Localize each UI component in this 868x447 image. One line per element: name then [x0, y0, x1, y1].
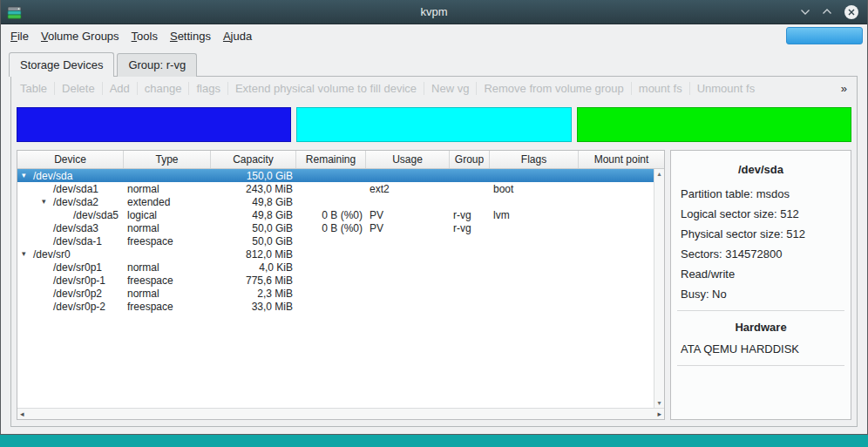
- table-row-dev-sr0p-2[interactable]: /dev/sr0p-2freespace33,0 MiB: [17, 300, 654, 313]
- cell-type: normal: [124, 288, 211, 300]
- cell-flags: boot: [490, 183, 579, 195]
- cell-device: /dev/sr0p-2: [17, 301, 124, 313]
- detail-partition-table: Partition table: msdos: [681, 187, 841, 200]
- toolbar-change[interactable]: change: [143, 82, 184, 95]
- toolbar-separator: [102, 82, 103, 95]
- scroll-down-icon[interactable]: ▾: [657, 399, 661, 407]
- column-header-type[interactable]: Type: [124, 151, 211, 168]
- toolbar-table[interactable]: Table: [18, 82, 49, 95]
- cell-device: /dev/sr0p-1: [17, 274, 124, 287]
- menu-items: FileVolume GroupsToolsSettingsAjuda: [4, 26, 258, 46]
- maximize-button[interactable]: [822, 8, 832, 16]
- cell-type: normal: [124, 222, 211, 234]
- toolbar-overflow-button[interactable]: »: [838, 82, 850, 95]
- cell-capacity: 150,0 GiB: [211, 170, 296, 182]
- menu-volume-groups[interactable]: Volume Groups: [35, 26, 125, 46]
- table-row-dev-sda1[interactable]: /dev/sda1normal243,0 MiBext2boot: [17, 182, 654, 195]
- cell-capacity: 2,3 MiB: [211, 288, 296, 300]
- minimize-button[interactable]: [800, 8, 810, 16]
- hardware-title: Hardware: [681, 321, 841, 334]
- device-name: /dev/sr0p1: [53, 261, 102, 274]
- column-header-device[interactable]: Device: [17, 151, 124, 168]
- toolbar-add[interactable]: Add: [108, 82, 132, 95]
- expander-icon[interactable]: ▾: [22, 250, 33, 258]
- cell-device: /dev/sr0p2: [17, 288, 124, 300]
- toolbar-new-vg[interactable]: New vg: [430, 82, 471, 95]
- cell-device: /dev/sda3: [17, 222, 124, 234]
- cell-type: normal: [124, 183, 211, 195]
- device-name: /dev/sr0p2: [53, 288, 102, 300]
- menu-bar: FileVolume GroupsToolsSettingsAjuda: [1, 24, 867, 47]
- main-toolbar: TableDeleteAddchangeflagsExtend physical…: [11, 77, 857, 100]
- device-name: /dev/sda1: [53, 183, 98, 195]
- vertical-scrollbar[interactable]: ▴ ▾: [654, 169, 664, 408]
- table-row-dev-sda5[interactable]: /dev/sda5logical49,8 GiB0 B (%0)PVr-vglv…: [17, 208, 654, 221]
- toolbar-flags[interactable]: flags: [194, 82, 221, 95]
- tab-group-r-vg[interactable]: Group: r-vg: [117, 53, 197, 77]
- partition-segment-blue[interactable]: [17, 107, 291, 142]
- menu-settings[interactable]: Settings: [164, 26, 217, 46]
- table-row-dev-sr0p-1[interactable]: /dev/sr0p-1freespace775,6 MiB: [17, 274, 654, 287]
- toolbar-extend-physical-volume-to-fill-device[interactable]: Extend physical volume to fill device: [234, 82, 418, 95]
- device-name: /dev/sr0: [33, 248, 71, 261]
- details-separator: [677, 310, 844, 311]
- toolbar-remove-from-volume-group[interactable]: Remove from volume group: [482, 82, 625, 95]
- cell-device: ▾/dev/sda: [17, 170, 124, 182]
- table-row-dev-sr0[interactable]: ▾/dev/sr0812,0 MiB: [17, 247, 654, 261]
- detail-physical-sector-size: Physical sector size: 512: [681, 227, 841, 240]
- column-header-flags[interactable]: Flags: [490, 151, 579, 168]
- cell-type: freespace: [124, 274, 211, 287]
- menu-ajuda[interactable]: Ajuda: [217, 26, 258, 46]
- tab-bar: Storage DevicesGroup: r-vg: [1, 47, 867, 76]
- cell-remaining: 0 B (%0): [296, 209, 366, 221]
- cell-device: /dev/sda5: [17, 209, 124, 221]
- toolbar-unmount-fs[interactable]: Unmount fs: [695, 82, 756, 95]
- table-row-dev-sda[interactable]: ▾/dev/sda150,0 GiB: [17, 169, 654, 182]
- cell-device: /dev/sda-1: [17, 235, 124, 247]
- toolbar-delete[interactable]: Delete: [60, 82, 97, 95]
- cell-capacity: 243,0 MiB: [211, 183, 296, 195]
- column-header-usage[interactable]: Usage: [366, 151, 450, 168]
- table-row-dev-sda-1[interactable]: /dev/sda-1freespace50,0 GiB: [17, 234, 654, 247]
- cell-usage: ext2: [366, 183, 450, 195]
- expander-icon[interactable]: ▾: [42, 198, 53, 206]
- close-button[interactable]: [844, 4, 859, 20]
- horizontal-scrollbar[interactable]: ◂ ▸: [17, 408, 664, 419]
- menu-file[interactable]: File: [4, 26, 35, 46]
- toolbar-separator: [137, 82, 138, 95]
- scroll-left-icon[interactable]: ◂: [20, 410, 24, 418]
- table-row-dev-sda2[interactable]: ▾/dev/sda2extended49,8 GiB: [17, 195, 654, 208]
- tab-storage-devices[interactable]: Storage Devices: [9, 52, 114, 77]
- cell-device: /dev/sr0p1: [17, 261, 124, 274]
- menu-tools[interactable]: Tools: [125, 26, 164, 46]
- cell-usage: PV: [366, 209, 450, 221]
- cell-capacity: 50,0 GiB: [211, 222, 296, 234]
- device-name: /dev/sda3: [53, 222, 98, 234]
- partition-segment-green[interactable]: [577, 107, 851, 142]
- expander-icon[interactable]: ▾: [22, 172, 33, 179]
- device-name: /dev/sda2: [53, 196, 98, 208]
- column-header-mount-point[interactable]: Mount point: [579, 151, 664, 168]
- progress-indicator: [786, 27, 863, 44]
- partition-segment-cyan[interactable]: [296, 107, 571, 142]
- table-row-dev-sda3[interactable]: /dev/sda3normal50,0 GiB0 B (%0)PVr-vg: [17, 221, 654, 234]
- details-properties: Partition table: msdosLogical sector siz…: [681, 187, 841, 301]
- table-row-dev-sr0p1[interactable]: /dev/sr0p1normal4,0 KiB: [17, 261, 654, 274]
- column-header-capacity[interactable]: Capacity: [211, 151, 296, 168]
- device-name: /dev/sda-1: [53, 235, 102, 247]
- cell-type: normal: [124, 261, 211, 274]
- cell-type: freespace: [124, 301, 211, 313]
- window-controls: [800, 4, 867, 20]
- cell-device: ▾/dev/sda2: [17, 196, 124, 208]
- toolbar-mount-fs[interactable]: mount fs: [637, 82, 684, 95]
- cell-capacity: 49,8 GiB: [211, 196, 296, 208]
- scroll-up-icon[interactable]: ▴: [657, 170, 661, 178]
- column-header-group[interactable]: Group: [450, 151, 490, 168]
- table-row-dev-sr0p2[interactable]: /dev/sr0p2normal2,3 MiB: [17, 287, 654, 300]
- device-name: /dev/sr0p-2: [53, 301, 105, 313]
- scroll-right-icon[interactable]: ▸: [657, 410, 661, 418]
- column-header-remaining[interactable]: Remaining: [296, 151, 366, 168]
- cell-capacity: 775,6 MiB: [211, 274, 296, 287]
- toolbar-items: TableDeleteAddchangeflagsExtend physical…: [18, 82, 756, 95]
- title-bar: kvpm: [1, 0, 867, 24]
